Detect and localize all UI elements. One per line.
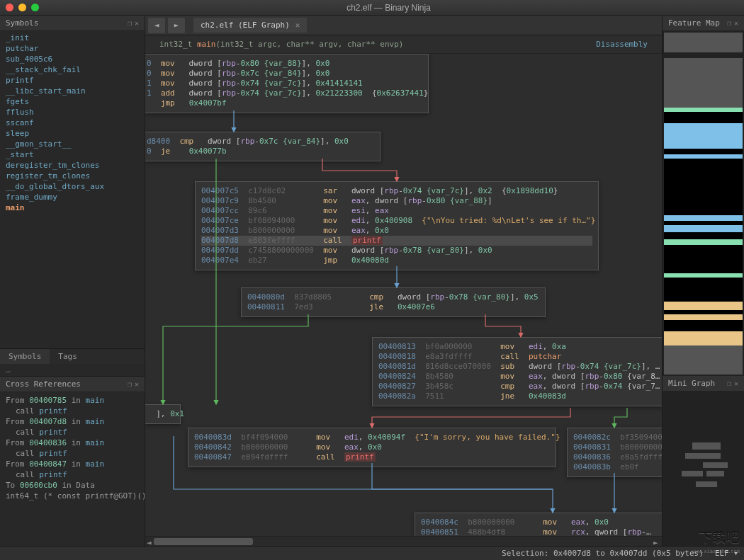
- symbol-item[interactable]: sleep: [0, 128, 145, 139]
- symbol-item[interactable]: fgets: [0, 96, 145, 107]
- xref-line[interactable]: From 004007d8 in main: [4, 416, 140, 427]
- file-tab[interactable]: ch2.elf (ELF Graph) ✕: [193, 18, 307, 33]
- feature-stripe: [664, 345, 743, 375]
- feature-stripe: [664, 239, 743, 245]
- xrefs-header: Cross References ❐ ✕: [0, 377, 145, 392]
- feature-stripe: [664, 58, 743, 108]
- right-sidebar: Feature Map ❐ ✕ Mini Graph ❐ ✕: [662, 16, 744, 546]
- feature-stripe: [664, 159, 743, 215]
- xref-line[interactable]: From 00400785 in main: [4, 395, 140, 406]
- xrefs-title: Cross References: [6, 379, 81, 389]
- feature-stripe: [664, 142, 743, 149]
- graph-node[interactable]: 00400813 bf0a000000 mov edi, 0xa 0040081…: [372, 337, 662, 406]
- feature-stripe: [664, 314, 743, 320]
- horizontal-scrollbar[interactable]: ◄ ►: [145, 536, 662, 546]
- symbol-item[interactable]: register_tm_clones: [0, 171, 145, 181]
- graph-view[interactable]: 0040084c b800000000 mov eax, 0x0 0040085…: [145, 54, 662, 546]
- xref-line[interactable]: int64_t (* const printf@GOT)(): [4, 491, 140, 501]
- feature-stripe: [664, 149, 743, 154]
- feature-stripe: [664, 278, 743, 302]
- nav-back-button[interactable]: ◄: [148, 18, 165, 33]
- file-tab-label: ch2.elf (ELF Graph): [201, 21, 290, 30]
- tab-symbols[interactable]: Symbols: [0, 349, 50, 364]
- xref-line[interactable]: From 00400836 in main: [4, 438, 140, 448]
- symbol-item[interactable]: __libc_start_main: [0, 86, 145, 96]
- feature-stripe: [664, 215, 743, 221]
- titlebar: ch2.elf — Binary Ninja: [0, 0, 744, 16]
- graph-node[interactable]: 0040083d bf4f094000 mov edi, 0x40094f {"…: [188, 428, 556, 467]
- minigraph-title: Mini Graph: [668, 379, 715, 388]
- symbols-list[interactable]: _initputcharsub_4005c6__stack_chk_failpr…: [0, 31, 145, 348]
- feature-stripe: [664, 232, 743, 239]
- panel-pop-icon[interactable]: ❐: [128, 380, 132, 388]
- graph-node[interactable]: 0040080d 837d8805 cmp dword [rbp-0x78 {v…: [241, 287, 546, 317]
- symbol-item[interactable]: main: [0, 202, 145, 348]
- panel-pop-icon[interactable]: ❐: [727, 19, 731, 27]
- panel-pop-icon[interactable]: ❐: [727, 379, 731, 387]
- symbol-item[interactable]: deregister_tm_clones: [0, 160, 145, 171]
- feature-map-canvas[interactable]: [664, 33, 743, 375]
- symbol-item[interactable]: frame_dummy: [0, 192, 145, 202]
- function-signature-bar: int32_t main(int32_t argc, char** argv, …: [145, 35, 662, 54]
- feature-stripe: [664, 225, 743, 232]
- maximize-button[interactable]: [31, 4, 39, 11]
- status-selection: Selection: 0x4007d8 to 0x4007dd (0x5 byt…: [502, 549, 704, 558]
- graph-node[interactable]: 0040082c bf35094000 00400831 b800000000 …: [567, 428, 662, 477]
- feature-stripe: [664, 123, 743, 142]
- panel-close-icon[interactable]: ✕: [734, 19, 738, 27]
- main-view: ◄ ► ch2.elf (ELF Graph) ✕ int32_t main(i…: [145, 16, 662, 546]
- panel-pop-icon[interactable]: ❐: [128, 19, 132, 27]
- symbol-item[interactable]: __do_global_dtors_aux: [0, 181, 145, 192]
- feature-stripe: [664, 33, 743, 52]
- nav-forward-button[interactable]: ►: [168, 18, 185, 33]
- panel-close-icon[interactable]: ✕: [135, 380, 139, 388]
- view-mode-link[interactable]: Disassembly: [596, 40, 648, 49]
- xref-line[interactable]: From 00400847 in main: [4, 459, 140, 469]
- panel-overflow[interactable]: …: [0, 364, 145, 376]
- xrefs-list[interactable]: From 00400785 in maincall printfFrom 004…: [0, 392, 145, 546]
- status-mode[interactable]: ELF ▾: [715, 549, 738, 558]
- minimize-button[interactable]: [18, 4, 26, 11]
- symbols-panel-title: Symbols: [6, 18, 38, 28]
- scroll-left-icon[interactable]: ◄: [147, 538, 154, 545]
- symbol-item[interactable]: __stack_chk_fail: [0, 64, 145, 75]
- symbol-item[interactable]: printf: [0, 75, 145, 86]
- minigraph-header: Mini Graph ❐ ✕: [663, 376, 744, 392]
- scrollbar-thumb[interactable]: [154, 538, 253, 545]
- xref-line[interactable]: call printf: [4, 469, 140, 480]
- tab-tags[interactable]: Tags: [50, 349, 86, 364]
- graph-node[interactable]: 004007c5 c17d8c02 sar dword [rbp-0x74 {v…: [195, 181, 599, 270]
- xref-line[interactable]: call printf: [4, 406, 140, 416]
- symbol-item[interactable]: sub_4005c6: [0, 54, 145, 64]
- xref-line[interactable]: call printf: [4, 448, 140, 459]
- left-sidebar: Symbols ❐ ✕ _initputcharsub_4005c6__stac…: [0, 16, 145, 546]
- toolbar: ◄ ► ch2.elf (ELF Graph) ✕: [145, 16, 662, 35]
- graph-node[interactable]: ], 0x1: [145, 404, 181, 424]
- symbol-item[interactable]: _start: [0, 149, 145, 160]
- graph-node[interactable]: 0 mov dword [rbp-0x80 {var_88}], 0x0 0 m…: [145, 54, 429, 113]
- symbol-item[interactable]: putchar: [0, 43, 145, 54]
- xref-line[interactable]: call printf: [4, 427, 140, 438]
- graph-node[interactable]: d8400 cmp dword [rbp-0x7c {var_84}], 0x0…: [145, 132, 381, 161]
- symbol-item[interactable]: _init: [0, 33, 145, 43]
- symbol-item[interactable]: __gmon_start__: [0, 139, 145, 149]
- feature-stripe: [664, 112, 743, 123]
- feature-stripe: [664, 52, 743, 58]
- window-controls: [6, 4, 39, 11]
- scroll-right-icon[interactable]: ►: [653, 538, 660, 545]
- feature-map-title: Feature Map: [668, 18, 720, 28]
- symbol-item[interactable]: fflush: [0, 107, 145, 118]
- panel-close-icon[interactable]: ✕: [734, 379, 738, 387]
- close-button[interactable]: [6, 4, 13, 11]
- feature-map-header: Feature Map ❐ ✕: [663, 16, 744, 31]
- window-title: ch2.elf — Binary Ninja: [39, 3, 738, 13]
- feature-stripe: [664, 331, 743, 345]
- symbols-panel-header: Symbols ❐ ✕: [0, 16, 145, 31]
- feature-stripe: [664, 302, 743, 310]
- xref-line[interactable]: To 00600cb0 in Data: [4, 480, 140, 491]
- symbol-item[interactable]: sscanf: [0, 118, 145, 128]
- function-signature: int32_t main(int32_t argc, char** argv, …: [159, 40, 403, 49]
- status-bar: Selection: 0x4007d8 to 0x4007dd (0x5 byt…: [0, 546, 744, 560]
- panel-close-icon[interactable]: ✕: [135, 19, 139, 27]
- close-tab-icon[interactable]: ✕: [295, 21, 300, 30]
